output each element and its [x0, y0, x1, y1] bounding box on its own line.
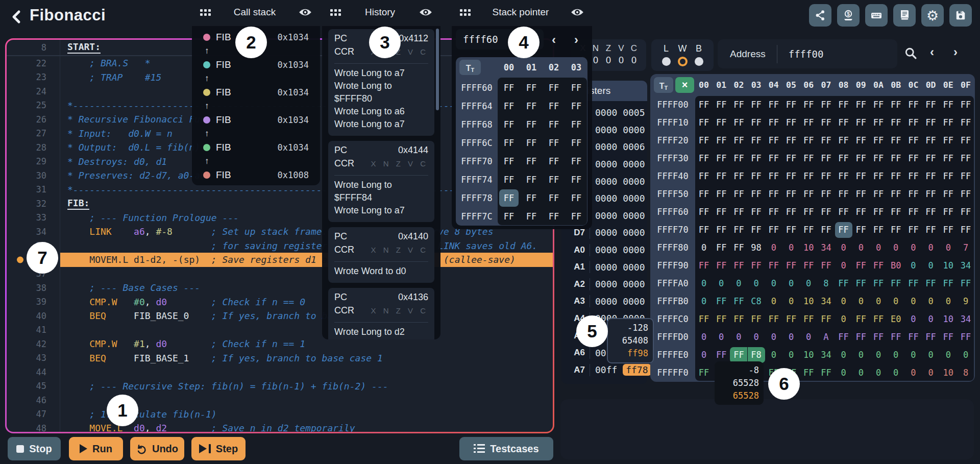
history-scrollbar[interactable]: [436, 29, 439, 110]
memory-cell[interactable]: 10: [800, 240, 817, 256]
address-input[interactable]: ffff00: [777, 48, 824, 60]
memory-next-button[interactable]: ›: [953, 46, 958, 58]
memory-cell[interactable]: FF: [835, 97, 852, 113]
memory-cell[interactable]: 0: [748, 329, 765, 345]
line-number-gutter[interactable]: 41: [7, 325, 60, 335]
memory-cell[interactable]: 10: [800, 347, 817, 363]
memory-cell[interactable]: FF: [922, 186, 940, 202]
memory-cell[interactable]: FF: [817, 186, 835, 202]
memory-cell[interactable]: FF: [695, 204, 713, 220]
memory-cell[interactable]: FF: [765, 204, 782, 220]
memory-cell[interactable]: FF: [835, 115, 852, 131]
memory-cell[interactable]: 0: [748, 276, 765, 291]
memory-cell[interactable]: 0: [730, 329, 747, 345]
stack-memory-cell[interactable]: FF: [499, 208, 519, 225]
memory-cell[interactable]: FF: [870, 115, 887, 131]
memory-cell[interactable]: 0: [940, 240, 957, 256]
memory-cell[interactable]: FF: [800, 204, 817, 220]
memory-cell[interactable]: FF: [852, 276, 870, 291]
memory-cell[interactable]: FF: [748, 258, 765, 274]
line-number-gutter[interactable]: 33: [7, 212, 60, 223]
memory-cell[interactable]: FF: [957, 222, 974, 238]
memory-cell[interactable]: FF: [852, 115, 870, 131]
memory-cell[interactable]: 0: [922, 240, 940, 256]
memory-cell[interactable]: FF: [765, 151, 782, 166]
memory-cell[interactable]: FF: [904, 204, 922, 220]
memory-cell[interactable]: FF: [852, 204, 870, 220]
memory-cell[interactable]: FF: [730, 294, 747, 309]
stack-memory-cell[interactable]: FF: [522, 153, 541, 170]
stack-memory-cell[interactable]: FF: [522, 208, 541, 225]
memory-cell[interactable]: FF: [835, 133, 852, 149]
memory-cell[interactable]: 0: [887, 365, 904, 381]
memory-cell[interactable]: FF: [887, 168, 904, 184]
memory-cell[interactable]: FF: [782, 222, 800, 238]
memory-cell[interactable]: 34: [817, 240, 835, 256]
memory-cell[interactable]: FF: [713, 115, 730, 131]
memory-cell[interactable]: 0: [800, 276, 817, 291]
memory-cell[interactable]: FF: [748, 311, 765, 327]
memory-cell[interactable]: FF: [695, 222, 713, 238]
memory-cell[interactable]: 0: [835, 294, 852, 309]
run-button[interactable]: Run: [69, 437, 123, 460]
memory-cell[interactable]: 0: [782, 329, 800, 345]
drag-handle-icon[interactable]: [460, 9, 471, 16]
code-line[interactable]: 40 BEQ FIB_BASE_0 ; If yes, branch to ba…: [7, 309, 553, 323]
line-number-gutter[interactable]: 44: [7, 367, 60, 377]
testcases-button[interactable]: Testcases: [459, 437, 553, 460]
memory-cell[interactable]: 0: [870, 365, 887, 381]
memory-cell[interactable]: FF: [940, 204, 957, 220]
call-stack-panel-header[interactable]: Call stack: [192, 3, 320, 21]
memory-cell[interactable]: 0: [904, 258, 922, 274]
memory-cell[interactable]: FF: [695, 97, 713, 113]
memory-cell[interactable]: FF: [765, 222, 782, 238]
history-card[interactable]: PC0x4144CCRX N Z V CWrote Long to $FFFF8…: [328, 141, 434, 222]
stack-memory-cell[interactable]: FF: [567, 134, 586, 152]
memory-cell[interactable]: 0: [695, 294, 713, 309]
history-card[interactable]: PC0x4136CCRX N Z V CWrote Long to d2: [328, 288, 434, 339]
memory-cell[interactable]: FF: [713, 347, 730, 363]
stack-memory-cell[interactable]: FF: [544, 116, 564, 133]
memory-cell[interactable]: FF: [870, 133, 887, 149]
memory-cell[interactable]: FF: [904, 329, 922, 345]
memory-cell[interactable]: FF: [940, 329, 957, 345]
memory-cell[interactable]: FF: [713, 133, 730, 149]
memory-cell[interactable]: FF: [940, 133, 957, 149]
memory-cell[interactable]: FF: [817, 258, 835, 274]
memory-cell[interactable]: FF: [782, 115, 800, 131]
memory-cell[interactable]: 0: [887, 240, 904, 256]
stack-memory-cell[interactable]: FF: [544, 171, 564, 188]
memory-cell[interactable]: FF: [782, 97, 800, 113]
line-number-gutter[interactable]: 8: [7, 42, 60, 53]
eye-icon[interactable]: [419, 8, 432, 17]
memory-cell[interactable]: 0: [922, 294, 940, 309]
memory-cell[interactable]: FF: [922, 133, 940, 149]
memory-cell[interactable]: 0: [782, 276, 800, 291]
memory-cell[interactable]: FF: [904, 276, 922, 291]
memory-cell[interactable]: 0: [852, 240, 870, 256]
memory-prev-button[interactable]: ‹: [930, 46, 934, 58]
memory-cell[interactable]: FF: [870, 168, 887, 184]
memory-cell[interactable]: 34: [957, 258, 974, 274]
memory-cell[interactable]: FF: [782, 204, 800, 220]
register-row[interactable]: A700ff ff78: [561, 361, 647, 379]
back-button[interactable]: [8, 8, 26, 26]
memory-cell[interactable]: FF: [782, 168, 800, 184]
memory-cell[interactable]: FF: [730, 258, 747, 274]
memory-cell[interactable]: FF: [957, 133, 974, 149]
memory-cell[interactable]: 0: [870, 294, 887, 309]
line-number-gutter[interactable]: 42: [7, 339, 60, 349]
drag-handle-icon[interactable]: [200, 9, 211, 16]
memory-cell[interactable]: FF: [730, 186, 747, 202]
memory-cell[interactable]: FF: [957, 168, 974, 184]
memory-cell[interactable]: 0: [835, 365, 852, 381]
memory-cell[interactable]: 9: [957, 294, 974, 309]
memory-cell[interactable]: FF: [852, 222, 870, 238]
memory-cell[interactable]: FF: [922, 151, 940, 166]
memory-cell[interactable]: FF: [957, 151, 974, 166]
stack-memory-cell[interactable]: FF: [499, 116, 519, 133]
memory-cell[interactable]: 0: [765, 276, 782, 291]
memory-cell[interactable]: FF: [730, 133, 747, 149]
memory-cell[interactable]: FF: [835, 168, 852, 184]
undo-button[interactable]: Undo: [130, 437, 184, 460]
